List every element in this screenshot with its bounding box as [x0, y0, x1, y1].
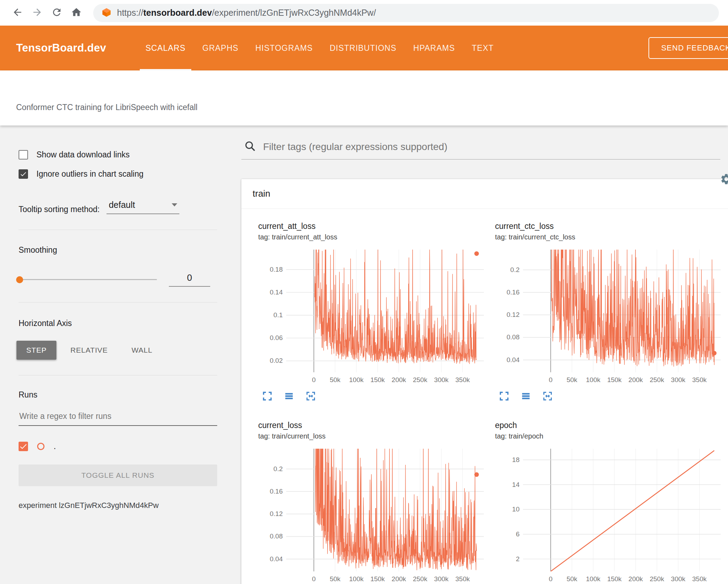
experiment-id-caption: experiment lzGnETjwRxC3yghNMd4kPw — [19, 501, 217, 510]
ignore-outliers-checkbox[interactable] — [19, 169, 28, 179]
svg-text:0: 0 — [549, 376, 553, 383]
svg-text:250k: 250k — [413, 575, 427, 583]
forward-icon — [32, 7, 43, 19]
svg-text:0.1: 0.1 — [274, 311, 283, 319]
back-button[interactable] — [9, 5, 26, 21]
smoothing-slider-thumb[interactable] — [16, 276, 23, 283]
fullscreen-icon[interactable] — [262, 391, 273, 402]
chart-plot[interactable]: 050k100k150k200k250k300k350k0.020.060.10… — [258, 247, 495, 386]
main-panel: train current_att_loss tag: train/curren… — [232, 125, 728, 584]
tab-scalars[interactable]: SCALARS — [137, 26, 194, 70]
forward-button[interactable] — [29, 5, 46, 21]
tab-graphs[interactable]: GRAPHS — [194, 26, 247, 70]
svg-text:0.12: 0.12 — [507, 311, 520, 318]
chart-plot[interactable]: 050k100k150k200k250k300k350k0.040.080.12… — [495, 247, 728, 386]
svg-text:0: 0 — [312, 376, 316, 383]
svg-text:0: 0 — [549, 575, 553, 583]
train-card: train current_att_loss tag: train/curren… — [241, 179, 728, 584]
chevron-down-icon — [172, 203, 177, 206]
horizontal-lines-icon[interactable] — [520, 391, 531, 402]
svg-text:300k: 300k — [671, 575, 686, 583]
svg-text:200k: 200k — [392, 575, 406, 583]
smoothing-slider[interactable] — [19, 279, 157, 280]
reload-button[interactable] — [48, 5, 65, 21]
chart-title: current_att_loss — [258, 222, 495, 231]
svg-text:100k: 100k — [349, 575, 364, 583]
smoothing-value-input[interactable] — [169, 272, 210, 287]
run-name: . — [54, 441, 56, 451]
svg-text:250k: 250k — [650, 376, 664, 383]
settings-gear-icon[interactable] — [720, 173, 728, 185]
tensorboard-favicon-icon — [102, 7, 111, 19]
runs-filter-input[interactable] — [19, 409, 217, 426]
svg-text:0.06: 0.06 — [270, 334, 283, 341]
axis-step-button[interactable]: STEP — [16, 341, 56, 360]
chart-epoch: epoch tag: train/epoch 050k100k150k200k2… — [495, 421, 728, 584]
tooltip-sorting-select[interactable]: default — [107, 199, 179, 214]
horizontal-lines-icon[interactable] — [283, 391, 295, 402]
svg-text:0.14: 0.14 — [270, 288, 283, 296]
svg-text:50k: 50k — [330, 575, 341, 583]
url-scheme: https:// — [117, 8, 143, 18]
show-download-links-label: Show data download links — [36, 150, 130, 159]
show-download-links-checkbox[interactable] — [19, 150, 28, 159]
toggle-all-runs-button[interactable]: TOGGLE ALL RUNS — [19, 464, 217, 486]
tab-text[interactable]: TEXT — [463, 26, 502, 70]
browser-toolbar: https://tensorboard.dev/experiment/lzGnE… — [0, 0, 728, 26]
svg-text:300k: 300k — [434, 575, 449, 583]
home-button[interactable] — [68, 5, 85, 21]
reload-icon — [51, 7, 62, 19]
chart-tag: tag: train/current_ctc_loss — [495, 233, 728, 241]
tab-hparams[interactable]: HPARAMS — [405, 26, 463, 70]
tag-group-header[interactable]: train — [241, 179, 728, 209]
svg-text:300k: 300k — [434, 376, 449, 383]
run-color-swatch[interactable] — [37, 443, 44, 450]
svg-text:0.08: 0.08 — [507, 333, 520, 341]
svg-text:150k: 150k — [370, 376, 385, 383]
chart-tag: tag: train/current_att_loss — [258, 233, 495, 241]
chart-title: current_ctc_loss — [495, 222, 728, 231]
axis-wall-button[interactable]: WALL — [122, 341, 162, 360]
svg-text:350k: 350k — [455, 575, 470, 583]
smoothing-label: Smoothing — [19, 245, 217, 255]
chart-toolbar — [262, 391, 495, 402]
svg-text:0.04: 0.04 — [270, 555, 283, 563]
horizontal-axis-label: Horizontal Axis — [19, 319, 217, 328]
chart-title: epoch — [495, 421, 728, 430]
svg-text:200k: 200k — [629, 575, 643, 583]
svg-text:250k: 250k — [413, 376, 427, 383]
content-area: Show data download links Ignore outliers… — [0, 125, 728, 584]
svg-text:0.04: 0.04 — [507, 356, 520, 364]
chart-tag: tag: train/current_loss — [258, 432, 495, 440]
fullscreen-icon[interactable] — [499, 391, 510, 402]
fit-to-data-icon[interactable] — [305, 391, 316, 402]
svg-text:0.18: 0.18 — [270, 266, 283, 273]
home-icon — [71, 7, 82, 19]
svg-text:0.08: 0.08 — [270, 532, 283, 540]
axis-relative-button[interactable]: RELATIVE — [61, 341, 117, 360]
svg-text:0.2: 0.2 — [274, 465, 283, 473]
chart-plot[interactable]: 050k100k150k200k250k300k350k0.040.080.12… — [258, 446, 495, 584]
send-feedback-button[interactable]: SEND FEEDBACK — [648, 37, 728, 59]
url-text: https://tensorboard.dev/experiment/lzGnE… — [117, 8, 376, 18]
app-header: TensorBoard.dev SCALARS GRAPHS HISTOGRAM… — [0, 26, 728, 70]
svg-text:14: 14 — [512, 481, 520, 488]
app-title[interactable]: TensorBoard.dev — [16, 42, 106, 54]
svg-text:350k: 350k — [455, 376, 470, 383]
tooltip-sorting-label: Tooltip sorting method: — [19, 205, 99, 214]
fit-to-data-icon[interactable] — [542, 391, 553, 402]
divider — [19, 302, 217, 303]
chart-toolbar — [499, 391, 728, 402]
svg-text:18: 18 — [512, 456, 520, 463]
svg-text:0.12: 0.12 — [270, 510, 283, 517]
ignore-outliers-label: Ignore outliers in chart scaling — [36, 169, 144, 179]
tab-histograms[interactable]: HISTOGRAMS — [247, 26, 321, 70]
filter-tags-input[interactable] — [263, 141, 720, 152]
address-bar[interactable]: https://tensorboard.dev/experiment/lzGnE… — [93, 4, 719, 22]
svg-text:100k: 100k — [349, 376, 364, 383]
chart-plot[interactable]: 050k100k150k200k250k300k350k26101418 — [495, 446, 728, 584]
svg-text:300k: 300k — [671, 376, 686, 383]
svg-text:50k: 50k — [330, 376, 341, 383]
run-checkbox[interactable] — [19, 442, 28, 451]
tab-distributions[interactable]: DISTRIBUTIONS — [321, 26, 405, 70]
